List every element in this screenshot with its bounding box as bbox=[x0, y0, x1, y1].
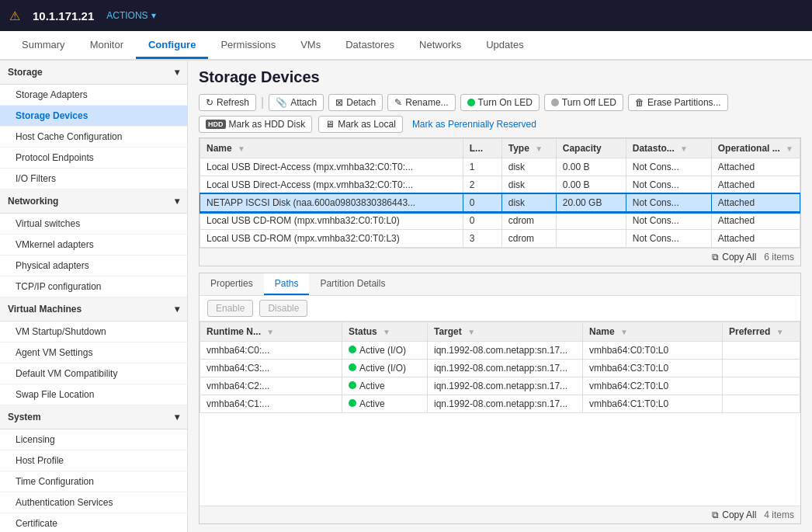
cell-path-name: vmhba64:C1:T0:L0 bbox=[583, 395, 723, 413]
sidebar-item-agent-vm[interactable]: Agent VM Settings bbox=[0, 342, 187, 363]
main-table-footer: ⧉ Copy All 6 items bbox=[200, 248, 800, 266]
attach-icon: 📎 bbox=[276, 97, 287, 108]
sidebar-item-tcpip-config[interactable]: TCP/IP configuration bbox=[0, 276, 187, 297]
turn-on-led-button[interactable]: Turn On LED bbox=[460, 94, 540, 111]
rename-button[interactable]: ✎ Rename... bbox=[387, 94, 455, 111]
table-row[interactable]: Local USB Direct-Access (mpx.vmhba32:C0:… bbox=[200, 176, 800, 194]
cell-preferred bbox=[723, 377, 800, 395]
copy-icon: ⧉ bbox=[712, 252, 719, 263]
tab-datastores[interactable]: Datastores bbox=[333, 33, 407, 59]
sidebar-item-io-filters[interactable]: I/O Filters bbox=[0, 169, 187, 190]
collapse-icon: ▾ bbox=[175, 304, 179, 315]
col-l[interactable]: L... bbox=[463, 139, 501, 158]
cell-status: Active bbox=[342, 395, 428, 413]
mark-local-button[interactable]: 🖥 Mark as Local bbox=[318, 116, 403, 133]
tab-monitor[interactable]: Monitor bbox=[78, 33, 136, 59]
tab-configure[interactable]: Configure bbox=[136, 33, 208, 59]
copy-icon: ⧉ bbox=[712, 509, 719, 520]
cell-name: NETAPP ISCSI Disk (naa.600a0980383038644… bbox=[200, 194, 463, 212]
tab-summary[interactable]: Summary bbox=[9, 33, 78, 59]
erase-partitions-button[interactable]: 🗑 Erase Partitions... bbox=[628, 94, 728, 111]
col-target[interactable]: Target ▼ bbox=[428, 322, 583, 342]
cell-name: Local USB Direct-Access (mpx.vmhba32:C0:… bbox=[200, 158, 463, 176]
separator: | bbox=[261, 96, 264, 110]
sidebar-item-licensing[interactable]: Licensing bbox=[0, 429, 187, 450]
mark-perennially-button[interactable]: Mark as Perennially Reserved bbox=[409, 117, 540, 131]
refresh-button[interactable]: ↻ Refresh bbox=[199, 94, 256, 111]
tab-permissions[interactable]: Permissions bbox=[208, 33, 288, 59]
tab-paths[interactable]: Paths bbox=[264, 273, 310, 295]
sidebar-item-time-config[interactable]: Time Configuration bbox=[0, 471, 187, 492]
paths-table-row[interactable]: vmhba64:C0:... Active (I/O) iqn.1992-08.… bbox=[200, 342, 800, 360]
bottom-table-wrapper[interactable]: Runtime N... ▼ Status ▼ Target ▼ Name ▼ … bbox=[200, 322, 800, 506]
paths-table-header: Runtime N... ▼ Status ▼ Target ▼ Name ▼ … bbox=[200, 322, 800, 342]
main-table-wrapper[interactable]: Name ▼ L... Type ▼ Capacity Datasto... ▼… bbox=[200, 138, 800, 248]
col-type[interactable]: Type ▼ bbox=[501, 139, 556, 158]
cell-path-name: vmhba64:C2:T0:L0 bbox=[583, 377, 723, 395]
sidebar-item-host-profile[interactable]: Host Profile bbox=[0, 450, 187, 471]
detach-button[interactable]: ⊠ Detach bbox=[328, 94, 383, 111]
cell-operational: Attached bbox=[711, 212, 800, 230]
enable-button[interactable]: Enable bbox=[207, 300, 253, 317]
mark-hdd-button[interactable]: HDD Mark as HDD Disk bbox=[199, 116, 312, 133]
cell-datastore: Not Cons... bbox=[626, 212, 711, 230]
col-operational[interactable]: Operational ... ▼ bbox=[711, 139, 800, 158]
col-name[interactable]: Name ▼ bbox=[200, 139, 463, 158]
main-table-container: Name ▼ L... Type ▼ Capacity Datasto... ▼… bbox=[199, 137, 801, 266]
tab-updates[interactable]: Updates bbox=[474, 33, 536, 59]
tab-networks[interactable]: Networks bbox=[407, 33, 474, 59]
sidebar-item-physical-adapters[interactable]: Physical adapters bbox=[0, 256, 187, 276]
tab-partition-details[interactable]: Partition Details bbox=[309, 273, 396, 295]
paths-copy-all-button[interactable]: ⧉ Copy All bbox=[712, 509, 756, 520]
tab-properties[interactable]: Properties bbox=[200, 273, 264, 295]
sidebar-item-storage-adapters[interactable]: Storage Adapters bbox=[0, 85, 187, 106]
main-table-header: Name ▼ L... Type ▼ Capacity Datasto... ▼… bbox=[200, 139, 800, 158]
tab-vms[interactable]: VMs bbox=[288, 33, 333, 59]
attach-button[interactable]: 📎 Attach bbox=[269, 94, 324, 111]
panel-toolbar: Enable Disable bbox=[200, 296, 800, 322]
table-row-selected[interactable]: NETAPP ISCSI Disk (naa.600a0980383038644… bbox=[200, 194, 800, 212]
led-green-icon bbox=[467, 99, 475, 106]
sidebar-item-host-cache[interactable]: Host Cache Configuration bbox=[0, 127, 187, 148]
cell-target: iqn.1992-08.com.netapp:sn.17... bbox=[428, 395, 583, 413]
table-row[interactable]: Local USB CD-ROM (mpx.vmhba32:C0:T0:L0) … bbox=[200, 212, 800, 230]
status-active-icon bbox=[349, 381, 356, 389]
cell-runtime: vmhba64:C3:... bbox=[200, 360, 342, 377]
sidebar-item-certificate[interactable]: Certificate bbox=[0, 513, 187, 532]
sidebar-item-vm-startup[interactable]: VM Startup/Shutdown bbox=[0, 322, 187, 342]
disable-button[interactable]: Disable bbox=[259, 300, 307, 317]
col-status[interactable]: Status ▼ bbox=[342, 322, 428, 342]
cell-preferred bbox=[723, 342, 800, 360]
sidebar-item-vmkernel-adapters[interactable]: VMkernel adapters bbox=[0, 235, 187, 256]
sidebar-item-virtual-switches[interactable]: Virtual switches bbox=[0, 214, 187, 235]
col-datastore[interactable]: Datasto... ▼ bbox=[626, 139, 711, 158]
table-row[interactable]: Local USB Direct-Access (mpx.vmhba32:C0:… bbox=[200, 158, 800, 176]
sidebar-item-default-vm[interactable]: Default VM Compatibility bbox=[0, 363, 187, 384]
cell-l: 0 bbox=[463, 212, 501, 230]
col-preferred[interactable]: Preferred ▼ bbox=[723, 322, 800, 342]
cell-type: disk bbox=[501, 194, 556, 212]
cell-runtime: vmhba64:C2:... bbox=[200, 377, 342, 395]
sidebar: Storage ▾ Storage Adapters Storage Devic… bbox=[0, 61, 188, 532]
paths-table-row[interactable]: vmhba64:C2:... Active iqn.1992-08.com.ne… bbox=[200, 377, 800, 395]
cell-type: disk bbox=[501, 158, 556, 176]
col-path-name[interactable]: Name ▼ bbox=[583, 322, 723, 342]
sidebar-section-system[interactable]: System ▾ bbox=[0, 405, 187, 429]
table-row[interactable]: Local USB CD-ROM (mpx.vmhba32:C0:T0:L3) … bbox=[200, 230, 800, 248]
sidebar-section-networking[interactable]: Networking ▾ bbox=[0, 190, 187, 214]
sidebar-item-swap-file[interactable]: Swap File Location bbox=[0, 384, 187, 405]
sidebar-item-auth-services[interactable]: Authentication Services bbox=[0, 492, 187, 513]
col-runtime[interactable]: Runtime N... ▼ bbox=[200, 322, 342, 342]
collapse-icon: ▾ bbox=[175, 67, 179, 78]
cell-name: Local USB Direct-Access (mpx.vmhba32:C0:… bbox=[200, 176, 463, 194]
sidebar-item-storage-devices[interactable]: Storage Devices bbox=[0, 106, 187, 127]
sidebar-section-storage[interactable]: Storage ▾ bbox=[0, 61, 187, 85]
turn-off-led-button[interactable]: Turn Off LED bbox=[544, 94, 623, 111]
sidebar-section-vms[interactable]: Virtual Machines ▾ bbox=[0, 297, 187, 322]
col-capacity[interactable]: Capacity bbox=[556, 139, 626, 158]
paths-table-row[interactable]: vmhba64:C3:... Active (I/O) iqn.1992-08.… bbox=[200, 360, 800, 377]
actions-button[interactable]: ACTIONS ▾ bbox=[106, 10, 155, 21]
paths-table-row[interactable]: vmhba64:C1:... Active iqn.1992-08.com.ne… bbox=[200, 395, 800, 413]
sidebar-item-protocol-endpoints[interactable]: Protocol Endpoints bbox=[0, 148, 187, 169]
copy-all-button[interactable]: ⧉ Copy All bbox=[712, 252, 756, 263]
